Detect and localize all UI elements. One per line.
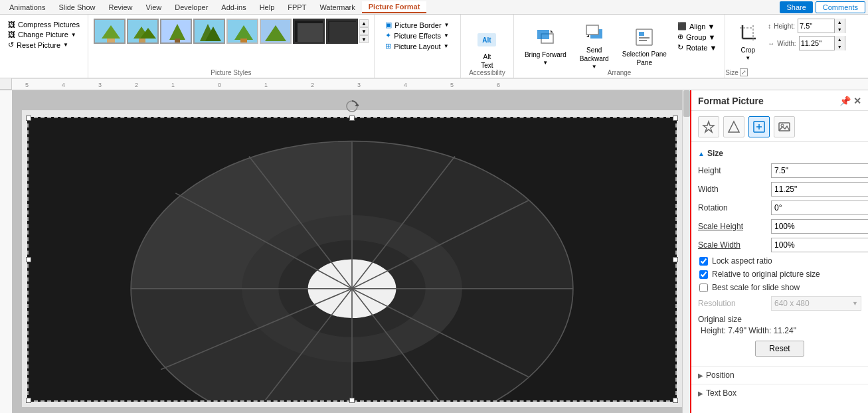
selection-pane-btn[interactable]: Selection Pane Pane [617, 19, 672, 72]
lock-aspect-checkbox[interactable] [699, 257, 708, 266]
height-spinner[interactable]: 7.5" ▲ ▼ [798, 19, 845, 33]
scale-width-prop-spinner[interactable]: ▲ ▼ [771, 238, 868, 252]
panel-title: Format Picture [698, 96, 764, 106]
svg-text:5: 5 [25, 82, 29, 88]
scrollbar-thumb[interactable] [683, 90, 690, 117]
crop-icon [736, 21, 760, 45]
original-width-value: 11.24" [774, 326, 796, 335]
width-prop-label: Width [698, 185, 771, 194]
width-prop-input[interactable] [772, 183, 868, 196]
position-section-header[interactable]: ▶ Position [691, 366, 868, 384]
handle-tl[interactable] [26, 116, 31, 121]
handle-tr[interactable] [673, 116, 678, 121]
panel-tab-shape[interactable] [723, 116, 744, 137]
style-thumb-1[interactable] [94, 19, 126, 44]
tab-view[interactable]: View [139, 2, 169, 13]
compress-pictures-btn[interactable]: 🖼 Compress Pictures [5, 20, 82, 29]
comments-button[interactable]: Comments [816, 1, 865, 13]
tab-picture-format[interactable]: Picture Format [362, 1, 427, 13]
width-up[interactable]: ▲ [834, 36, 845, 43]
relative-original-label[interactable]: Relative to original picture size [712, 270, 820, 279]
handle-mr[interactable] [673, 257, 678, 262]
handle-bl[interactable] [26, 398, 31, 403]
strip-arrow-up[interactable]: ▲ [359, 19, 369, 27]
tab-review[interactable]: Review [102, 2, 139, 13]
panel-tab-effects[interactable] [698, 116, 719, 137]
style-strip-arrows[interactable]: ▲ ▼ ▼ [359, 19, 369, 43]
tab-animations[interactable]: Animations [3, 2, 52, 13]
tab-watermark[interactable]: Watermark [313, 2, 361, 13]
tab-slideshow[interactable]: Slide Show [52, 2, 102, 13]
bring-forward-btn[interactable]: Bring Forward ▼ [519, 19, 572, 72]
scale-height-prop-input[interactable] [772, 220, 868, 233]
style-thumb-6[interactable] [260, 19, 292, 44]
rotation-prop-label: Rotation [698, 203, 771, 212]
width-row: ↔ Width: 11.25" ▲ ▼ [768, 36, 845, 50]
lock-aspect-label[interactable]: Lock aspect ratio [712, 256, 772, 266]
svg-rect-31 [639, 32, 644, 36]
text-box-section-header[interactable]: ▶ Text Box [691, 384, 868, 402]
best-scale-checkbox[interactable] [699, 284, 708, 292]
best-scale-label[interactable]: Best scale for slide show [712, 283, 800, 292]
reset-button[interactable]: Reset [755, 341, 804, 357]
reset-picture-btn[interactable]: ↺ Reset Picture ▼ [5, 40, 82, 50]
tab-developer[interactable]: Developer [168, 2, 215, 13]
crop-btn[interactable]: Crop ▼ [731, 19, 765, 64]
panel-tab-image[interactable] [774, 116, 795, 137]
style-thumb-5[interactable] [226, 19, 258, 44]
alt-text-btn[interactable]: Alt Alt Text [470, 25, 504, 72]
height-input[interactable]: 7.5" [798, 19, 834, 33]
strip-arrow-down[interactable]: ▼ [359, 27, 369, 35]
panel-pin-btn[interactable]: 📌 [839, 96, 851, 106]
ribbon-content: 🖼 Compress Pictures 🖼 Change Picture ▼ ↺… [0, 15, 868, 78]
share-button[interactable]: Share [780, 1, 812, 13]
svg-text:3: 3 [357, 82, 361, 88]
panel-close-btn[interactable]: ✕ [853, 96, 861, 106]
original-width-label: Width: [748, 326, 773, 335]
relative-original-checkbox[interactable] [699, 270, 708, 279]
group-btn[interactable]: ⊕ Group ▼ [675, 32, 719, 42]
rotate-handle[interactable] [345, 100, 359, 113]
align-btn[interactable]: ⬛ Align ▼ [675, 21, 719, 31]
tab-fppt[interactable]: FPPT [281, 2, 313, 13]
size-section-header[interactable]: ▲ Size [698, 146, 861, 163]
rotation-prop-input[interactable] [772, 201, 868, 214]
height-down[interactable]: ▼ [834, 26, 845, 33]
handle-tm[interactable] [349, 116, 355, 121]
scale-width-prop-input[interactable] [772, 238, 868, 252]
handle-br[interactable] [673, 398, 678, 403]
style-thumb-8[interactable] [326, 19, 358, 44]
height-prop-input[interactable] [772, 164, 868, 177]
height-prop-spinner[interactable]: ▲ ▼ [771, 163, 868, 178]
svg-text:6: 6 [497, 82, 500, 88]
handle-ml[interactable] [26, 257, 31, 262]
picture-effects-btn[interactable]: ✦ Picture Effects ▼ [383, 31, 452, 41]
tab-help[interactable]: Help [253, 2, 282, 13]
width-down[interactable]: ▼ [834, 43, 845, 50]
rotate-btn[interactable]: ↻ Rotate ▼ [675, 42, 719, 52]
style-thumb-2[interactable] [127, 19, 159, 44]
rotation-prop-spinner[interactable]: ▲ ▼ [771, 201, 868, 215]
height-up[interactable]: ▲ [834, 19, 845, 26]
selected-image[interactable] [27, 117, 677, 402]
width-input[interactable]: 11.25" [800, 37, 834, 50]
svg-text:2: 2 [135, 82, 138, 88]
width-spinner[interactable]: 11.25" ▲ ▼ [799, 36, 845, 50]
scale-height-prop-spinner[interactable]: ▲ ▼ [771, 219, 868, 234]
change-picture-btn[interactable]: 🖼 Change Picture ▼ [5, 30, 82, 39]
strip-arrow-more[interactable]: ▼ [359, 35, 369, 43]
style-thumb-7[interactable] [293, 19, 325, 44]
handle-bm[interactable] [349, 398, 355, 403]
size-dialog-launcher[interactable]: ⤢ [740, 68, 748, 76]
width-prop-spinner[interactable]: ▲ ▼ [771, 182, 868, 197]
dropdown-arrow-layout: ▼ [444, 43, 449, 49]
vertical-scrollbar[interactable] [682, 90, 690, 413]
style-thumb-3[interactable] [160, 19, 192, 44]
tab-addins[interactable]: Add-ins [215, 2, 252, 13]
section-accessibility: Alt Alt Text Accessibility [461, 15, 514, 78]
style-thumb-4[interactable] [193, 19, 225, 44]
send-backward-btn[interactable]: Send Backward ▼ [574, 19, 614, 72]
picture-border-btn[interactable]: ▣ Picture Border ▼ [383, 20, 452, 30]
panel-tab-size[interactable] [748, 116, 770, 137]
picture-layout-btn[interactable]: ⊞ Picture Layout ▼ [383, 41, 452, 51]
